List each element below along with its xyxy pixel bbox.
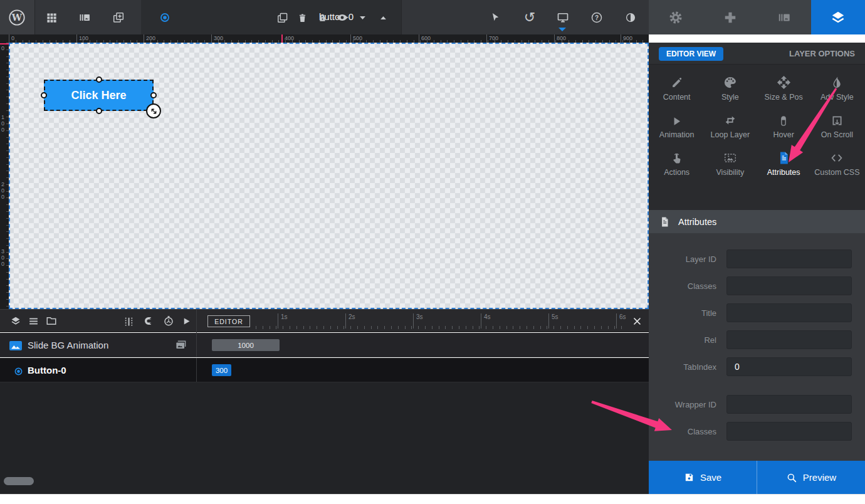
device-preview-icon[interactable] (553, 8, 573, 28)
tab-layer-options-active[interactable] (811, 0, 865, 34)
timeline-second-label: 5s (552, 313, 558, 320)
resize-handle-right[interactable] (150, 92, 157, 98)
layer-options-tab[interactable]: LAYER OPTIONS (789, 43, 855, 65)
editor-view-tab[interactable]: EDITOR VIEW (659, 47, 723, 61)
panel-tabs-segment (649, 0, 865, 34)
cross-icon (723, 11, 737, 24)
timeline-layers-icon[interactable] (9, 314, 23, 328)
save-button[interactable]: Save (649, 461, 757, 494)
duration-pill-button[interactable]: 300 (212, 364, 231, 376)
option-size-pos[interactable]: Size & Pos (757, 73, 810, 111)
tabindex-label: TabIndex (649, 362, 716, 372)
select-cursor-icon[interactable] (485, 8, 505, 28)
vertical-ruler: 0 100 200 300 (0, 43, 9, 309)
tab-module-options[interactable] (649, 0, 703, 34)
media-library-icon[interactable] (174, 338, 187, 352)
button-layer-radio-icon (11, 364, 25, 378)
view-tools-segment: ↺ ? (401, 0, 649, 34)
lock-layer-icon[interactable] (312, 8, 332, 28)
option-loop-layer[interactable]: Loop Layer (703, 111, 757, 149)
wordpress-logo-icon[interactable]: W (7, 8, 27, 28)
selected-button-layer[interactable]: Click Here (44, 80, 154, 111)
ruler-label: 500 (353, 35, 362, 41)
move-layer-down-icon[interactable] (352, 8, 372, 28)
field-row-title: Title (649, 303, 852, 322)
timeline-row-name: Button-0 (28, 365, 66, 375)
field-row-layer-id: Layer ID (649, 249, 852, 268)
layers-icon (830, 9, 846, 26)
field-row-wrapper-id: Wrapper ID (649, 395, 852, 414)
mouse-icon (777, 111, 790, 127)
timeline-track[interactable]: 1000 (196, 333, 649, 357)
option-animation[interactable]: Animation (650, 111, 703, 149)
ruler-label: 300 (1, 248, 6, 267)
timeline-row-button[interactable]: Button-0 300 (0, 358, 649, 382)
ruler-label: 900 (623, 35, 632, 41)
wrapper-classes-input[interactable] (726, 422, 852, 441)
tabindex-input[interactable] (726, 357, 852, 376)
snap-magnet-icon[interactable] (142, 314, 155, 328)
resize-handle-left[interactable] (41, 92, 47, 98)
option-adv-style[interactable]: Adv Style (810, 73, 864, 111)
tab-slides-panel[interactable] (757, 0, 811, 34)
slider-editor-app: W button-0 (0, 0, 865, 504)
timeline-folder-icon[interactable] (45, 314, 58, 328)
timeline-menu-icon[interactable] (26, 314, 40, 328)
option-custom-css[interactable]: Custom CSS (810, 149, 864, 186)
timeline-empty-area (0, 382, 649, 494)
option-content[interactable]: Content (650, 73, 703, 111)
move-layer-up-icon[interactable] (373, 8, 393, 28)
magnifier-icon (786, 472, 797, 483)
move-arrows-icon (777, 73, 791, 90)
wrapper-id-input[interactable] (726, 395, 852, 414)
modules-grid-icon[interactable] (41, 8, 61, 28)
title-input[interactable] (726, 303, 852, 322)
field-row-rel: Rel (649, 330, 852, 349)
close-timeline-icon[interactable] (630, 314, 644, 328)
duration-pill-bg[interactable]: 1000 (212, 339, 280, 351)
ruler-marker (0, 43, 9, 45)
ruler-playhead-marker[interactable] (281, 34, 283, 43)
option-visibility[interactable]: Visibility (703, 149, 757, 186)
snap-grid-icon[interactable] (122, 314, 135, 328)
resize-handle-corner[interactable] (146, 103, 161, 118)
add-slide-icon[interactable] (108, 8, 128, 28)
resize-handle-top[interactable] (96, 76, 102, 83)
classes-input[interactable] (726, 276, 852, 295)
delete-layer-icon[interactable] (292, 8, 312, 28)
ruler-label: 200 (146, 35, 155, 41)
option-actions[interactable]: Actions (650, 149, 703, 186)
play-timeline-icon[interactable] (179, 314, 193, 328)
scroll-box-icon (831, 111, 844, 127)
svg-text:?: ? (595, 14, 599, 21)
ruler-label: 300 (214, 35, 223, 41)
panel-footer: Save Preview (649, 461, 865, 494)
undo-icon[interactable]: ↺ (520, 8, 540, 28)
preview-button[interactable]: Preview (757, 461, 865, 494)
timer-icon[interactable] (162, 314, 176, 328)
option-style[interactable]: Style (703, 73, 757, 111)
rel-input[interactable] (726, 330, 852, 349)
document-icon (660, 216, 669, 228)
option-attributes-active[interactable]: Attributes (757, 149, 810, 186)
help-icon[interactable]: ? (587, 8, 607, 28)
horizontal-scrollbar[interactable] (4, 477, 34, 485)
tab-slide-options[interactable] (703, 0, 757, 34)
resize-handle-bottom[interactable] (96, 108, 102, 114)
option-on-scroll[interactable]: On Scroll (810, 111, 864, 149)
button-layer-label: Click Here (71, 89, 126, 102)
timeline-row-slide-bg[interactable]: Slide BG Animation 1000 (0, 333, 649, 357)
ruler-label: 200 (1, 181, 6, 200)
slides-icon[interactable] (75, 8, 95, 28)
slide-bg-image-icon (9, 339, 23, 352)
layer-id-input[interactable] (726, 249, 852, 268)
slide-canvas[interactable]: Click Here (9, 43, 649, 309)
layer-visibility-eye-icon[interactable] (332, 8, 352, 28)
ruler-label: 100 (79, 35, 88, 41)
timeline-editor-mode-button[interactable]: EDITOR (207, 315, 250, 327)
contrast-icon[interactable] (621, 8, 641, 28)
timeline-track[interactable]: 300 (196, 358, 649, 382)
option-hover[interactable]: Hover (757, 111, 810, 149)
duplicate-layer-icon[interactable] (272, 8, 292, 28)
divider (196, 310, 197, 333)
